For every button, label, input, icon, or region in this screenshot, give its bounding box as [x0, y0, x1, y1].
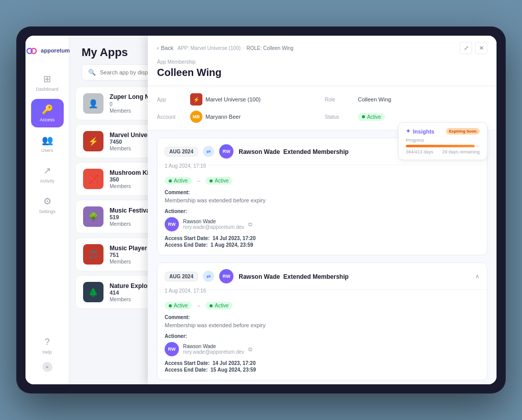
back-button[interactable]: ‹ Back: [157, 45, 173, 51]
external-link-icon[interactable]: ⧉: [248, 346, 252, 353]
users-icon: 👥: [42, 135, 53, 146]
app-thumbnail: ⚡: [83, 131, 103, 151]
breadcrumb-separator: ›: [243, 45, 244, 51]
actor-name: Rawson Wade: [239, 273, 280, 280]
progress-bar-fill: [406, 145, 475, 147]
status-badge: Active: [358, 113, 385, 121]
action-text: Extended Membership: [283, 148, 349, 155]
entry-title: Rawson Wade Extended Membership: [239, 273, 349, 280]
status-flow: Active → Active: [165, 302, 480, 309]
access-end-row: Access End Date: 1 Aug 2024, 23:59: [165, 242, 480, 248]
progress-label: Progress: [406, 138, 480, 143]
access-end-value: 1 Aug 2024, 23:59: [211, 242, 253, 248]
entry-body: Active → Active Comment: Membership was …: [158, 173, 487, 255]
panel-actions: ⤢ ✕: [460, 42, 487, 54]
timeline: AUG 2024 ⇄ RW Rawson Wade Extended Membe…: [148, 130, 497, 384]
comment-text: Membership was extended before expiry: [165, 322, 480, 328]
sidebar-item-dashboard-label: Dashboard: [36, 87, 58, 92]
actor-name: Rawson Wade: [239, 148, 280, 155]
comment-label: Comment:: [165, 314, 480, 320]
actioner-email: rory.wade@apporetum.dev: [183, 349, 244, 355]
app-thumb-icon: 🌲: [88, 287, 98, 297]
role-field-value: Colleen Wing: [358, 96, 391, 102]
comment-text: Membership was extended before expiry: [165, 197, 480, 203]
status-dot: [362, 115, 365, 118]
sidebar-item-dashboard[interactable]: ⊞ Dashboard: [31, 68, 64, 97]
logo: apporetum: [25, 44, 74, 58]
sidebar-item-help[interactable]: ? Help: [31, 331, 64, 360]
sidebar-item-settings-label: Settings: [39, 209, 56, 214]
detail-panel: ‹ Back APP: Marvel Universe (100) › ROLE…: [148, 36, 497, 384]
logo-icon: [25, 44, 39, 58]
activity-icon: ↗: [43, 165, 51, 176]
sidebar-collapse-button[interactable]: «: [42, 362, 53, 372]
actor-avatar: RW: [219, 144, 233, 159]
sidebar-item-access-label: Access: [40, 117, 55, 122]
expand-icon: ⤢: [464, 45, 468, 51]
access-end-value: 15 Aug 2024, 23:59: [211, 367, 256, 373]
entry-date: 1 Aug 2024, 17:16: [158, 288, 487, 298]
actioner-info-area: Rawson Wade rory.wade@apporetum.dev: [183, 219, 244, 230]
month-badge: AUG 2024: [165, 147, 198, 156]
app-field-label: App: [157, 97, 185, 102]
status-value: Active: [367, 114, 381, 120]
actioner-email: rory.wade@apporetum.dev: [183, 224, 244, 230]
sidebar: apporetum ⊞ Dashboard 🔑 Access 👥 Users ↗…: [25, 36, 69, 384]
account-field-value: MB Maryann Beer: [190, 111, 241, 123]
from-status: Active: [165, 177, 192, 185]
app-thumb-icon: 👤: [88, 99, 98, 109]
timeline-entry: AUG 2024 ⇄ RW Rawson Wade Extended Membe…: [157, 262, 487, 380]
status-info-row: Status Active: [325, 111, 487, 123]
external-link-icon[interactable]: ⧉: [248, 221, 252, 228]
arrow-icon: →: [196, 178, 201, 184]
access-end-label: Access End Date:: [165, 242, 207, 248]
account-name-value: Maryann Beer: [205, 114, 241, 120]
close-button[interactable]: ✕: [475, 42, 487, 54]
access-start-value: 14 Jul 2023, 17:20: [213, 360, 256, 366]
sidebar-item-users-label: Users: [41, 148, 54, 153]
entry-title-area: Rawson Wade Extended Membership: [239, 272, 349, 281]
access-start-row: Access Start Date: 14 Jul 2023, 17:20: [165, 360, 480, 366]
sidebar-item-settings[interactable]: ⚙ Settings: [31, 191, 64, 219]
expiring-badge: Expiring Soon: [446, 128, 480, 135]
role-name-value: Colleen Wing: [358, 96, 391, 102]
chevron-up-icon[interactable]: ∧: [475, 273, 480, 280]
days-used: 384/413 days: [406, 149, 433, 154]
insights-header: ✦ Insights Expiring Soon: [406, 128, 480, 135]
action-text: Extended Membership: [283, 273, 349, 280]
account-info-row: Account MB Maryann Beer: [157, 111, 320, 123]
settings-icon: ⚙: [43, 196, 51, 207]
panel-meta: App Membership: [157, 59, 487, 65]
actioner-row: RW Rawson Wade rory.wade@apporetum.dev ⧉: [165, 217, 480, 231]
progress-stats: 384/413 days 29 days remaining: [406, 149, 480, 154]
panel-title: Colleen Wing: [157, 67, 487, 78]
days-remaining: 29 days remaining: [442, 149, 480, 154]
actioner-name: Rawson Wade: [183, 344, 244, 349]
arrow-icon: →: [196, 303, 201, 309]
chevron-left-icon: «: [46, 364, 48, 370]
entry-title: Rawson Wade Extended Membership: [239, 148, 349, 155]
app-thumbnail: 🎵: [83, 244, 103, 265]
insights-card: ✦ Insights Expiring Soon Progress 384/41…: [398, 122, 487, 160]
role-field-label: Role: [325, 97, 353, 102]
actioner-avatar: RW: [165, 342, 179, 356]
app-thumb-icon: 🎵: [88, 250, 98, 259]
sidebar-item-users[interactable]: 👥 Users: [31, 129, 64, 158]
role-info-row: Role Colleen Wing: [325, 93, 487, 106]
app-mini-thumb: ⚡: [190, 93, 202, 106]
to-status: Active: [205, 177, 232, 185]
sidebar-item-help-label: Help: [42, 350, 52, 355]
actor-avatar: RW: [219, 269, 233, 283]
access-start-label: Access Start Date:: [165, 235, 210, 241]
actioner-avatar: RW: [165, 217, 179, 231]
app-thumb-icon: ⚡: [88, 137, 98, 146]
app-thumb-icon: ❌: [88, 174, 98, 184]
expand-button[interactable]: ⤢: [460, 42, 472, 54]
to-status: Active: [205, 302, 232, 309]
sidebar-item-activity[interactable]: ↗ Activity: [31, 160, 64, 189]
actioner-info-area: Rawson Wade rory.wade@apporetum.dev: [183, 344, 244, 355]
app-info-row: App ⚡ Marvel Universe (100): [157, 93, 320, 106]
entry-type-icon: ⇄: [203, 271, 214, 282]
sidebar-item-access[interactable]: 🔑 Access: [31, 99, 64, 127]
entry-date: 1 Aug 2024, 17:16: [158, 163, 487, 173]
